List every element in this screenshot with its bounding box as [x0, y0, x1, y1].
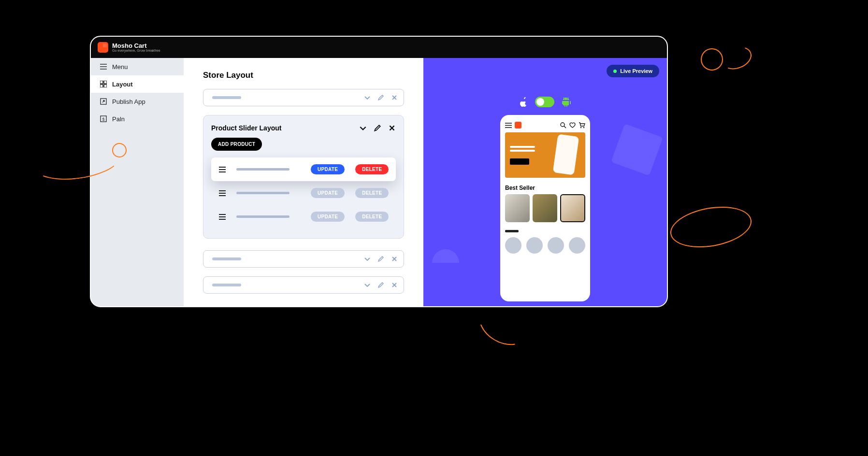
svg-rect-1	[104, 81, 107, 84]
placeholder-bar	[212, 284, 241, 286]
edit-icon[interactable]	[377, 94, 384, 101]
sidebar: Menu Layout Publish App $ Paln	[91, 58, 184, 306]
update-button[interactable]: UPDATE	[311, 188, 345, 198]
drag-handle-icon[interactable]	[219, 214, 226, 220]
edit-icon[interactable]	[377, 256, 384, 262]
sidebar-item-label: Menu	[112, 63, 128, 71]
decorative-squiggle	[718, 43, 754, 73]
svg-text:$: $	[102, 117, 104, 122]
editor-panel: Store Layout Product Slider Layout	[184, 58, 423, 306]
delete-button[interactable]: DELETE	[355, 164, 389, 174]
product-slider-block: Product Slider Layout ADD PRODUCT UPDATE	[203, 115, 404, 239]
edit-icon[interactable]	[377, 282, 384, 288]
svg-rect-2	[100, 85, 103, 87]
hamburger-icon	[100, 63, 107, 71]
heart-icon[interactable]	[569, 122, 576, 128]
product-row[interactable]: UPDATE DELETE	[211, 181, 396, 205]
chevron-down-icon[interactable]	[364, 282, 371, 288]
drag-handle-icon[interactable]	[219, 167, 226, 172]
category-circle[interactable]	[548, 237, 564, 254]
drag-handle-icon[interactable]	[219, 190, 226, 196]
placeholder-bar	[236, 215, 289, 218]
sidebar-item-label: Publish App	[112, 98, 145, 105]
svg-point-7	[561, 123, 564, 127]
decorative-square	[611, 124, 663, 176]
delete-button[interactable]: DELETE	[355, 212, 389, 222]
category-circle[interactable]	[569, 237, 585, 254]
block-title: Product Slider Layout	[211, 124, 281, 132]
grid-icon	[100, 80, 107, 88]
hero-banner[interactable]	[505, 132, 585, 178]
product-row[interactable]: UPDATE DELETE	[211, 205, 396, 228]
decorative-semicircle	[432, 249, 459, 263]
brand-tagline: Go everywhere, Grow breakfree	[112, 49, 160, 52]
hero-text-placeholder	[510, 146, 535, 148]
sidebar-item-layout[interactable]: Layout	[91, 75, 184, 93]
product-thumbnail[interactable]	[533, 194, 557, 222]
decorative-squiggle	[667, 201, 754, 253]
product-thumbnail[interactable]	[505, 194, 530, 222]
section-title: Best Seller	[505, 185, 585, 191]
svg-point-9	[583, 127, 584, 128]
update-button[interactable]: UPDATE	[311, 164, 345, 174]
sidebar-item-plan[interactable]: $ Paln	[91, 110, 184, 128]
hamburger-icon[interactable]	[505, 123, 512, 128]
app-logo-icon	[515, 122, 521, 128]
close-icon[interactable]	[391, 282, 398, 288]
svg-rect-3	[104, 85, 107, 87]
header-bar: Mosho Cart Go everywhere, Grow breakfree	[91, 37, 667, 58]
placeholder-bar	[505, 230, 519, 232]
android-icon[interactable]	[561, 97, 571, 107]
sidebar-item-menu[interactable]: Menu	[91, 58, 184, 75]
cart-icon[interactable]	[579, 122, 585, 128]
platform-toggle	[520, 97, 571, 107]
search-icon[interactable]	[560, 122, 566, 128]
app-window: Mosho Cart Go everywhere, Grow breakfree…	[90, 36, 668, 307]
phone-preview: Best Seller	[500, 115, 590, 301]
decorative-squiggle	[112, 143, 127, 157]
chevron-down-icon[interactable]	[359, 124, 367, 132]
edit-icon[interactable]	[374, 124, 381, 132]
placeholder-bar	[236, 168, 289, 171]
apple-icon[interactable]	[520, 97, 528, 107]
category-circle[interactable]	[526, 237, 543, 254]
placeholder-bar	[212, 96, 241, 99]
add-product-button[interactable]: ADD PRODUCT	[211, 138, 262, 151]
live-preview-badge[interactable]: Live Preview	[607, 65, 659, 77]
svg-rect-0	[100, 81, 103, 84]
update-button[interactable]: UPDATE	[311, 212, 345, 222]
live-preview-label: Live Preview	[620, 68, 652, 74]
category-circle[interactable]	[505, 237, 521, 254]
sidebar-item-label: Paln	[112, 115, 125, 123]
placeholder-bar	[212, 257, 241, 260]
layout-block-collapsed[interactable]	[203, 250, 404, 268]
close-icon[interactable]	[391, 94, 398, 101]
preview-panel: Live Preview	[423, 58, 667, 306]
external-link-icon	[100, 98, 107, 105]
hero-cta-placeholder	[510, 158, 529, 165]
placeholder-bar	[236, 192, 289, 194]
page-title: Store Layout	[203, 71, 404, 80]
brand-logo: Mosho Cart Go everywhere, Grow breakfree	[98, 42, 160, 53]
close-icon[interactable]	[391, 256, 398, 262]
sidebar-item-publish[interactable]: Publish App	[91, 93, 184, 110]
layout-block-collapsed[interactable]	[203, 276, 404, 294]
category-circles	[505, 237, 585, 254]
chevron-down-icon[interactable]	[364, 256, 371, 262]
product-thumbnail[interactable]	[560, 194, 585, 222]
decorative-squiggle	[701, 48, 723, 71]
svg-point-8	[580, 127, 581, 128]
logo-mark-icon	[98, 42, 108, 53]
brand-name: Mosho Cart	[112, 43, 160, 49]
platform-switch[interactable]	[535, 97, 554, 107]
dollar-icon: $	[100, 115, 107, 123]
chevron-down-icon[interactable]	[364, 94, 371, 101]
delete-button[interactable]: DELETE	[355, 188, 389, 198]
sidebar-item-label: Layout	[112, 81, 133, 88]
close-icon[interactable]	[388, 124, 396, 132]
product-row[interactable]: UPDATE DELETE	[211, 157, 396, 181]
layout-block-collapsed[interactable]	[203, 89, 404, 106]
